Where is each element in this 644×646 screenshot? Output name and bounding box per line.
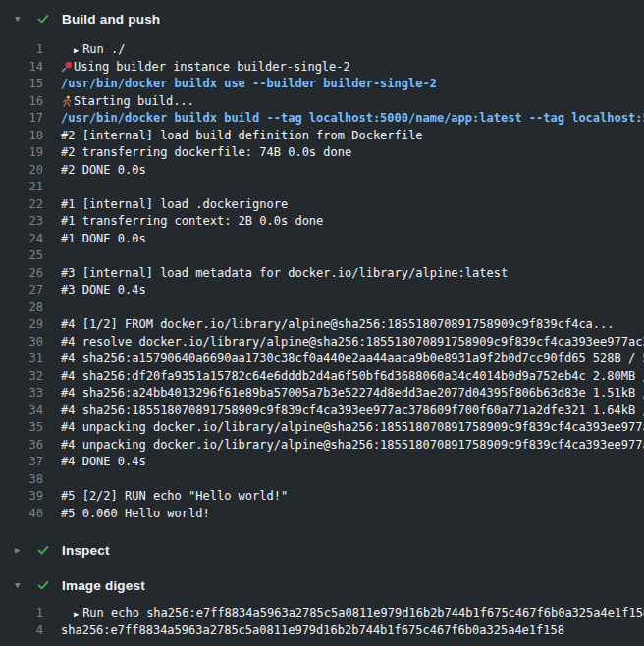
line-content: #4 [1/2] FROM docker.io/library/alpine@s… [61,316,644,334]
log-text: #4 DONE 0.4s [61,455,146,468]
check-icon [35,543,50,558]
step-title: Image digest [62,578,145,593]
line-content: #1 [internal] load .dockerignore [61,196,644,214]
log-text: #4 sha256:a15790640a6690aa1730c38cf0a440… [61,351,644,365]
line-number[interactable]: 38 [0,471,43,489]
line-number[interactable]: 17 [0,110,43,128]
line-content: Using builder instance builder-single-2 [61,59,644,77]
line-content: #3 DONE 0.4s [61,282,644,299]
log-text: #2 DONE 0.0s [61,163,146,177]
log-line: 15/usr/bin/docker buildx use --builder b… [0,76,644,93]
log-text: #4 sha256:185518070891758909c9f839cf4ca3… [61,404,644,417]
line-content: #1 DONE 0.0s [61,231,644,248]
play-icon[interactable]: ▶ [74,606,79,622]
log-line: 32#4 sha256:df20fa9351a15782c64e6dddb2d4… [0,368,644,386]
step-log-build-and-push: 1▶Run ./14Using builder instance builder… [0,37,644,532]
log-line: 1▶Run echo sha256:e7ff8834a5963a2785c5a0… [0,605,644,622]
log-text: #5 [2/2] RUN echo "Hello world!" [61,489,288,503]
log-line: 29#4 [1/2] FROM docker.io/library/alpine… [0,316,644,334]
log-text: #3 DONE 0.4s [61,283,146,296]
chevron-right-icon[interactable]: ▶ [15,546,27,555]
line-number[interactable]: 27 [0,282,43,299]
line-content: #1 transferring context: 2B 0.0s done [61,213,644,231]
chevron-down-icon[interactable]: ▼ [15,15,27,24]
check-icon [35,578,50,593]
line-number[interactable]: 40 [0,506,43,523]
line-number[interactable]: 29 [0,316,43,334]
log-line: 18#2 [internal] load build definition fr… [0,128,644,145]
line-content [61,247,644,265]
log-text: #1 DONE 0.0s [61,232,146,245]
step-image-digest: ▼ Image digest 1▶Run echo sha256:e7ff883… [0,567,644,639]
line-number[interactable]: 28 [0,299,43,317]
line-number[interactable]: 14 [0,59,43,77]
line-number[interactable]: 26 [0,265,43,283]
chevron-down-icon[interactable]: ▼ [15,581,27,590]
step-header-build-and-push[interactable]: ▼ Build and push [0,0,644,37]
log-line: 22#1 [internal] load .dockerignore [0,196,644,214]
line-content [61,299,644,317]
log-line: 33#4 sha256:a24bb4013296f61e89ba57005a7b… [0,385,644,403]
line-number[interactable]: 24 [0,231,43,248]
runner-icon [61,93,74,111]
line-number[interactable]: 4 [0,622,43,640]
line-content: #4 unpacking docker.io/library/alpine@sh… [61,437,644,455]
line-content: #3 [internal] load metadata for docker.i… [61,265,644,283]
line-number[interactable]: 37 [0,454,43,471]
log-line: 23#1 transferring context: 2B 0.0s done [0,213,644,231]
log-text: sha256:e7ff8834a5963a2785c5a0811e979d16b… [61,623,564,637]
log-text: #1 transferring context: 2B 0.0s done [61,214,323,228]
line-number[interactable]: 25 [0,247,43,265]
step-build-and-push: ▼ Build and push 1▶Run ./14Using builder… [0,0,644,532]
line-number[interactable]: 35 [0,419,43,437]
log-text: #1 [internal] load .dockerignore [61,197,288,211]
line-number[interactable]: 18 [0,128,43,145]
line-number[interactable]: 21 [0,179,43,196]
line-content: sha256:e7ff8834a5963a2785c5a0811e979d16b… [61,622,644,640]
line-content: #4 resolve docker.io/library/alpine@sha2… [61,334,644,351]
log-line: 34#4 sha256:185518070891758909c9f839cf4c… [0,403,644,420]
line-number[interactable]: 31 [0,350,43,368]
line-number[interactable]: 36 [0,437,43,455]
step-header-inspect[interactable]: ▶ Inspect [0,532,644,567]
line-number[interactable]: 34 [0,403,43,420]
line-number[interactable]: 1 [0,605,43,622]
line-content: #4 DONE 0.4s [61,454,644,471]
log-text: #3 [internal] load metadata for docker.i… [61,266,508,280]
line-number[interactable]: 16 [0,93,43,111]
line-content: #5 [2/2] RUN echo "Hello world!" [61,488,644,506]
line-number[interactable]: 20 [0,162,43,180]
log-line: 38 [0,471,644,489]
line-content: #2 DONE 0.0s [61,162,644,180]
line-number[interactable]: 33 [0,385,43,403]
line-content: ▶Run echo sha256:e7ff8834a5963a2785c5a08… [61,605,644,622]
line-number[interactable]: 32 [0,368,43,386]
log-line: 37#4 DONE 0.4s [0,454,644,471]
log-text: #4 sha256:df20fa9351a15782c64e6dddb2d4a6… [61,369,644,383]
line-content: #4 sha256:a15790640a6690aa1730c38cf0a440… [61,350,644,368]
step-header-image-digest[interactable]: ▼ Image digest [0,567,644,603]
actions-log-viewer: ▼ Build and push 1▶Run ./14Using builder… [0,0,644,646]
line-number[interactable]: 23 [0,213,43,231]
line-content: Starting build... [61,93,644,111]
line-number[interactable]: 22 [0,196,43,214]
log-line: 14Using builder instance builder-single-… [0,59,644,77]
step-title: Build and push [62,12,160,27]
line-content: ▶Run ./ [61,41,644,59]
line-number[interactable]: 15 [0,76,43,93]
line-number[interactable]: 30 [0,334,43,351]
line-number[interactable]: 1 [0,41,43,59]
line-content: #2 [internal] load build definition from… [61,128,644,145]
log-line: 39#5 [2/2] RUN echo "Hello world!" [0,488,644,506]
line-number[interactable]: 19 [0,144,43,162]
line-content: #4 sha256:185518070891758909c9f839cf4ca3… [61,403,644,420]
line-number[interactable]: 39 [0,488,43,506]
log-line: 30#4 resolve docker.io/library/alpine@sh… [0,334,644,351]
log-text: #4 unpacking docker.io/library/alpine@sh… [61,438,644,452]
step-title: Inspect [62,543,110,558]
check-icon [35,12,50,27]
log-line: 35#4 unpacking docker.io/library/alpine@… [0,419,644,437]
step-inspect: ▶ Inspect [0,532,644,567]
log-line: 21 [0,179,644,196]
play-icon[interactable]: ▶ [74,42,79,59]
